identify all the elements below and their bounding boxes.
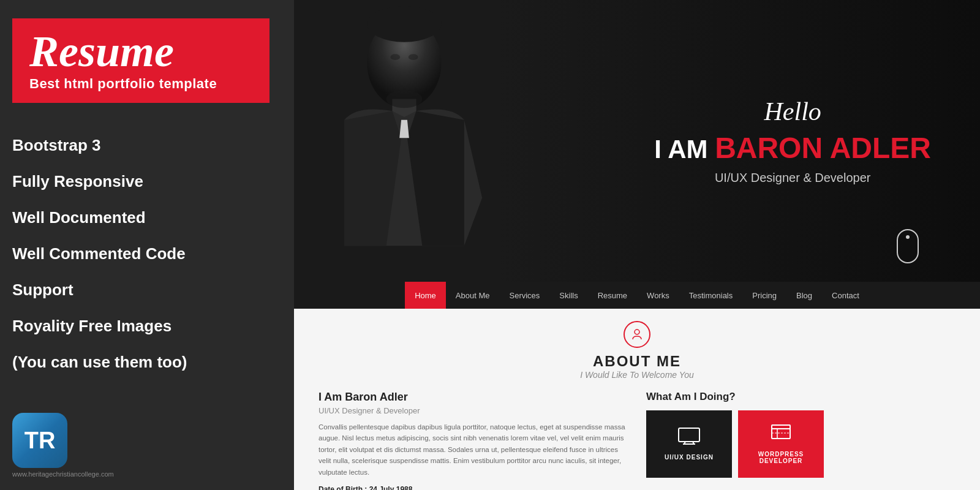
person-silhouette bbox=[306, 6, 502, 282]
about-birth: Date of Birth : 24 July 1988 bbox=[318, 485, 628, 490]
nav-item-pricing[interactable]: Pricing bbox=[742, 282, 786, 309]
about-section: ABOUT ME I Would Like To Welcome You I A… bbox=[294, 309, 980, 490]
about-header: ABOUT ME I Would Like To Welcome You bbox=[318, 321, 956, 380]
person-icon bbox=[631, 328, 643, 341]
watermark: www.heritagechristiancollege.com bbox=[12, 470, 114, 478]
logo-title: Resume bbox=[29, 29, 252, 74]
feature-item: Bootstrap 3 bbox=[12, 127, 282, 164]
about-description: Convallis pellentesque dapibus dapibus l… bbox=[318, 421, 628, 478]
svg-point-3 bbox=[409, 54, 418, 60]
service-card-wordpress: WORDPRESS DEVELOPER bbox=[738, 410, 824, 478]
svg-point-6 bbox=[635, 330, 639, 334]
about-icon bbox=[624, 321, 650, 348]
nav-item-home[interactable]: Home bbox=[405, 282, 446, 309]
scroll-icon bbox=[897, 229, 919, 263]
nav-item-blog[interactable]: Blog bbox=[786, 282, 822, 309]
nav-item-resume[interactable]: Resume bbox=[588, 282, 637, 309]
feature-item: (You can use them too) bbox=[12, 344, 282, 380]
bottom-logo: TR www.heritagechristiancollege.com bbox=[12, 413, 114, 478]
svg-rect-11 bbox=[772, 425, 790, 439]
nav-item-testimonials[interactable]: Testimonials bbox=[679, 282, 743, 309]
what-title: What Am I Doing? bbox=[646, 391, 956, 403]
about-content: I Am Baron Adler UI/UX Designer & Develo… bbox=[318, 391, 956, 490]
service-card-uiux: UI/UX DESIGN bbox=[646, 410, 732, 478]
nav-item-works[interactable]: Works bbox=[637, 282, 679, 309]
nav-item-services[interactable]: Services bbox=[499, 282, 549, 309]
scroll-dot bbox=[906, 235, 910, 239]
logo-subtitle: Best html portfolio template bbox=[29, 76, 252, 92]
nav-bar: HomeAbout MeServicesSkillsResumeWorksTes… bbox=[294, 282, 980, 309]
hero-section: Hello I AM BARON ADLER UI/UX Designer & … bbox=[294, 0, 980, 282]
about-right: What Am I Doing? UI/UX DESIGN bbox=[646, 391, 956, 490]
about-person-role: UI/UX Designer & Developer bbox=[318, 406, 628, 415]
svg-point-4 bbox=[367, 6, 441, 42]
feature-item: Support bbox=[12, 272, 282, 308]
feature-item: Royality Free Images bbox=[12, 308, 282, 344]
name-highlight: BARON ADLER bbox=[715, 132, 931, 164]
logo-box: Resume Best html portfolio template bbox=[12, 18, 270, 103]
feature-item: Fully Responsive bbox=[12, 164, 282, 200]
hello-text: Hello bbox=[654, 97, 931, 126]
about-person-name: I Am Baron Adler bbox=[318, 391, 628, 404]
nav-item-about-me[interactable]: About Me bbox=[446, 282, 500, 309]
uiux-label: UI/UX DESIGN bbox=[665, 454, 714, 461]
wordpress-label: WORDPRESS DEVELOPER bbox=[738, 451, 824, 464]
nav-item-skills[interactable]: Skills bbox=[549, 282, 587, 309]
tr-icon: TR bbox=[12, 413, 67, 468]
about-left: I Am Baron Adler UI/UX Designer & Develo… bbox=[318, 391, 628, 490]
feature-item: Well Documented bbox=[12, 200, 282, 236]
monitor-icon bbox=[678, 428, 700, 449]
right-panel: Hello I AM BARON ADLER UI/UX Designer & … bbox=[294, 0, 980, 490]
feature-item: Well Commented Code bbox=[12, 236, 282, 272]
nav-item-contact[interactable]: Contact bbox=[822, 282, 869, 309]
role-text: UI/UX Designer & Developer bbox=[654, 171, 931, 185]
svg-rect-7 bbox=[679, 428, 699, 442]
hero-text: Hello I AM BARON ADLER UI/UX Designer & … bbox=[654, 97, 931, 185]
iam-label: I AM bbox=[654, 135, 715, 164]
services-grid: UI/UX DESIGN WORDPRESS DEVELOPER bbox=[646, 410, 956, 478]
about-subtitle: I Would Like To Welcome You bbox=[318, 370, 956, 380]
about-title: ABOUT ME bbox=[318, 353, 956, 370]
svg-point-2 bbox=[391, 54, 401, 60]
features-list: Bootstrap 3Fully ResponsiveWell Document… bbox=[12, 127, 282, 380]
svg-point-5 bbox=[386, 90, 423, 108]
wordpress-icon bbox=[771, 424, 791, 446]
left-panel: Resume Best html portfolio template Boot… bbox=[0, 0, 294, 490]
iam-text: I AM BARON ADLER bbox=[654, 132, 931, 165]
